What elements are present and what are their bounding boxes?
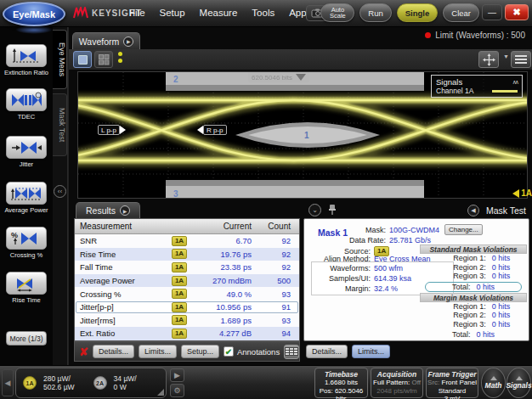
table-row-fall-time[interactable]: Fall Time 1A 23.38 ps 92	[75, 261, 299, 274]
channel-2a-badge[interactable]: 2A	[93, 376, 107, 390]
mask-test-header: ◀ Mask Test	[467, 202, 526, 218]
tab-eye-meas[interactable]: Eye Meas	[53, 30, 67, 89]
legend-collapse-icon[interactable]: ∧∧	[512, 79, 518, 86]
signals-legend: Signals ∧∧ Channel 1A	[431, 75, 523, 98]
annotations-checkbox[interactable]: ✔	[224, 346, 234, 357]
margin-region-3: Region 3:0 hits	[420, 320, 527, 329]
acquisition-title: Acquisition	[371, 370, 422, 379]
legend-title: Signals	[436, 77, 462, 87]
signals-button[interactable]: Signals	[507, 368, 531, 398]
mask-region-bottom	[166, 180, 424, 199]
more-measurements-button[interactable]: More (1/3)	[6, 331, 47, 346]
play-icon[interactable]: ▶	[123, 37, 133, 47]
minimize-button[interactable]: —	[482, 4, 502, 20]
pan-zoom-button[interactable]	[478, 51, 499, 68]
sidebar-item-crossing[interactable]: % Crossing %	[0, 227, 53, 259]
standard-violations-title: Standard Mask Violations	[420, 244, 527, 254]
mask-limits-button[interactable]: Limits...	[352, 345, 390, 358]
timebase-scale: 1.6680 bits	[315, 379, 367, 387]
single-button[interactable]: Single	[397, 3, 439, 22]
results-play-icon[interactable]: ▶	[120, 205, 130, 216]
math-button[interactable]: Math	[481, 368, 506, 398]
table-row-rise-time[interactable]: Rise Time 1A 19.76 ps 92	[75, 248, 299, 261]
close-button[interactable]: ✖	[505, 4, 529, 20]
samples-row: Samples/UI: 614.39 ksa	[313, 274, 411, 283]
timebase-panel[interactable]: Timebase 1.6680 bits Pos: 620.5046 bits	[314, 368, 368, 398]
channel-settings-button[interactable]: ⚙	[170, 384, 184, 397]
table-row-jitter-pp[interactable]: Jitter[p-p] 1A 10.956 ps 91	[75, 301, 299, 314]
mask-test-panel: ◀ Mask Test Mask 1 Mask: 100G-CWDM4 Chan…	[303, 202, 529, 362]
mask-region-3-label: 3	[173, 189, 178, 199]
channel-info-panel[interactable]: 1A 280 µW/502.6 µW 2A 34 µW/0 W	[15, 368, 167, 398]
results-limits-button[interactable]: Limits...	[139, 345, 177, 358]
table-row-jitter-rms[interactable]: Jitter[rms] 1A 1.689 ps 93	[75, 314, 299, 328]
waveform-menu-button[interactable]	[511, 51, 531, 68]
channel-scroll-left-button[interactable]: ◀	[2, 369, 14, 396]
clear-button[interactable]: Clear	[443, 3, 479, 22]
data-rate-label: Data Rate:	[338, 236, 386, 244]
source-badge: 1A	[172, 289, 187, 299]
eye-mask-mode-button[interactable]: Eye/Mask	[3, 2, 65, 26]
margin-row: Margin: 32.4 %	[313, 284, 398, 293]
tab-mask-test[interactable]: Mask Test	[53, 93, 67, 156]
menu-file[interactable]: File	[129, 8, 145, 18]
std-region-2: Region 2:0 hits	[420, 263, 527, 273]
channel-level-marker[interactable]: 1A	[512, 188, 532, 198]
menu-measure[interactable]: Measure	[200, 8, 238, 18]
grid-layout-button[interactable]	[94, 51, 113, 68]
sidebar-item-average-power[interactable]: Average Power	[0, 182, 53, 214]
source-badge: 1A	[172, 249, 187, 259]
table-row-average-power[interactable]: Average Power 1A 270 mdBm 500	[75, 274, 299, 288]
mask-test-title: Mask Test	[486, 205, 526, 216]
eye-diagram-display[interactable]: 2 1 3 620.5046 bits Signals ∧∧ Channel 1…	[77, 71, 528, 199]
table-row-snr[interactable]: SNR 1A 6.70 92	[75, 234, 299, 248]
mask-label: Mask:	[355, 226, 386, 234]
std-region-1: Region 1:0 hits	[420, 254, 527, 263]
run-button[interactable]: Run	[359, 3, 391, 22]
window-buttons: — ✖	[482, 4, 529, 20]
position-marker-icon	[296, 74, 306, 81]
col-current: Current	[192, 222, 255, 231]
legend-channel-label: Channel 1A	[436, 87, 473, 95]
right-pp-marker[interactable]: R p-p	[197, 125, 227, 135]
acquisition-panel[interactable]: Acquisition Full Pattern: Off 2048 pts/w…	[371, 368, 423, 398]
results-grid-view-button[interactable]	[284, 345, 299, 359]
waveform-tab-label: Waveform	[79, 37, 119, 47]
timebase-position-tag[interactable]: 620.5046 bits	[248, 72, 309, 82]
frame-trigger-panel[interactable]: Frame Trigger Src: Front Panel Standard …	[426, 368, 478, 398]
menu-tools[interactable]: Tools	[252, 8, 274, 18]
pan-dropdown-button[interactable]: ▼	[503, 53, 509, 59]
timebase-title: Timebase	[315, 370, 367, 379]
change-mask-button[interactable]: Change...	[444, 224, 483, 235]
data-rate-row: Data Rate: 25.781 Gb/s	[338, 236, 431, 244]
delete-measurement-button[interactable]: ✘	[79, 346, 88, 358]
frame-trigger-title: Frame Trigger	[427, 370, 478, 379]
table-row-crossing[interactable]: Crossing % 1A 49.0 % 93	[75, 287, 299, 301]
channel-marker-arrow-icon	[512, 189, 519, 198]
sidebar-item-rise-time[interactable]: Rise Time	[0, 272, 53, 304]
limit-red-dot-icon	[425, 32, 431, 38]
mask-details-button[interactable]: Details...	[306, 345, 348, 358]
sidebar-item-jitter[interactable]: Jitter	[0, 136, 53, 168]
results-details-button[interactable]: Details...	[93, 345, 134, 358]
channel-1a-badge[interactable]: 1A	[23, 376, 37, 390]
left-pp-marker[interactable]: L p-p	[98, 125, 126, 135]
menu-setup[interactable]: Setup	[160, 8, 185, 18]
sidebar-collapse-button[interactable]: ‹‹	[54, 185, 66, 198]
left-pp-arrow-icon	[120, 126, 126, 134]
sidebar-item-tdec[interactable]: TDEC	[0, 88, 53, 121]
average-power-icon	[9, 185, 43, 202]
mask-test-back-button[interactable]: ◀	[467, 205, 479, 216]
table-row-ext-ratio[interactable]: Ext. Ratio 1A 4.277 dB 94	[75, 327, 299, 340]
results-table: Measurement Current Count SNR 1A 6.70 92…	[74, 218, 300, 341]
channel-scroll-right-button[interactable]: ▶	[170, 368, 184, 382]
auto-scale-button[interactable]: Auto Scale	[320, 3, 354, 22]
limit-status-text: Limit (Waveforms) : 500	[435, 31, 525, 40]
single-layout-button[interactable]	[73, 51, 92, 68]
sidebar-item-extinction-ratio[interactable]: Extinction Ratio	[0, 44, 53, 76]
bottom-bar: ◀ 1A 280 µW/502.6 µW 2A 34 µW/0 W ▶ ⚙ Ti…	[0, 365, 532, 399]
frame-trigger-level: 3 mV	[427, 395, 478, 399]
tab-results[interactable]: Results ▶	[76, 202, 140, 218]
results-setup-button[interactable]: Setup...	[181, 345, 219, 358]
tab-waveform[interactable]: Waveform ▶	[72, 32, 140, 49]
